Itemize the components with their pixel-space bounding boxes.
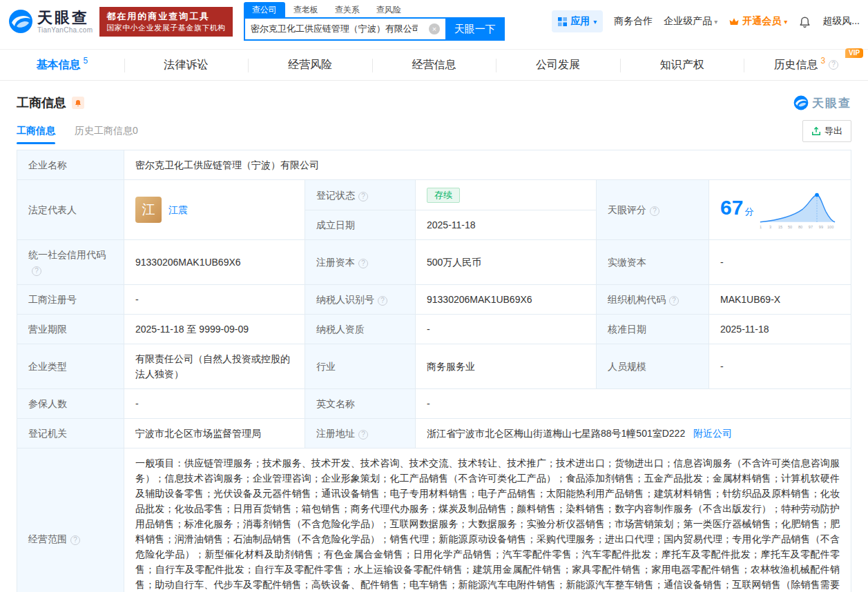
- apps-label: 应用: [570, 15, 590, 28]
- tab-label: 知识产权: [660, 58, 704, 72]
- svg-text:97: 97: [809, 225, 813, 229]
- tab-operating-risk[interactable]: 经营风险: [248, 50, 372, 80]
- value-staff-size: -: [709, 344, 851, 389]
- info-icon[interactable]: ?: [829, 60, 838, 70]
- value-legal-rep: 江 江震: [124, 180, 305, 240]
- value-industry: 商务服务业: [416, 344, 597, 389]
- tab-legal-proceedings[interactable]: 法律诉讼: [124, 50, 249, 80]
- brand-domain: TianYanCha.com: [37, 26, 93, 34]
- search-tab-relation[interactable]: 查关系: [327, 2, 368, 17]
- business-coop-label: 商务合作: [614, 15, 653, 28]
- search-tabs: 查公司 查老板 查关系 查风险: [244, 2, 505, 17]
- label-reg-capital: 注册资本?: [305, 240, 416, 285]
- label-industry: 行业: [305, 344, 416, 389]
- search-button[interactable]: 天眼一下: [445, 17, 505, 41]
- info-icon[interactable]: ?: [358, 259, 368, 268]
- tab-label: 基本信息: [36, 58, 80, 72]
- table-row: 工商注册号 - 纳税人识别号? 91330206MAK1UB69X6 组织机构代…: [17, 285, 851, 315]
- nearby-companies-link[interactable]: 附近公司: [693, 428, 732, 439]
- value-business-scope: 一般项目：供应链管理服务；技术服务、技术开发、技术咨询、技术交流、技术转让、技术…: [124, 448, 851, 592]
- tab-company-development[interactable]: 公司发展: [496, 50, 620, 80]
- super-risk-link[interactable]: 超级风...: [822, 15, 860, 28]
- watermark-label: 天眼查: [812, 95, 851, 111]
- search-tab-company[interactable]: 查公司: [244, 2, 285, 17]
- export-button[interactable]: 导出: [802, 120, 851, 142]
- table-row: 企业类型 有限责任公司（自然人投资或控股的法人独资） 行业 商务服务业 人员规模…: [17, 344, 851, 389]
- info-icon[interactable]: ?: [650, 206, 659, 216]
- slogan-line1: 都在用的商业查询工具: [106, 10, 226, 23]
- search-tab-risk[interactable]: 查风险: [368, 2, 409, 17]
- subscribe-bell-icon[interactable]: [72, 97, 84, 109]
- tab-count: 3: [820, 56, 825, 66]
- legal-rep-avatar[interactable]: 江: [135, 197, 162, 223]
- tab-label: 公司发展: [536, 58, 580, 72]
- info-icon[interactable]: ?: [70, 535, 80, 545]
- value-reg-capital: 500万人民币: [416, 240, 597, 285]
- score-number: 67: [720, 196, 743, 219]
- tab-business-info[interactable]: 经营信息: [372, 50, 496, 80]
- logo-text: 天眼查 TianYanCha.com: [37, 10, 93, 34]
- value-registered-address: 浙江省宁波市北仑区梅山街道梅山七星路88号1幢501室D222 附近公司: [416, 419, 851, 448]
- tianyancha-logo-icon: [8, 9, 33, 34]
- label-registered-address: 注册地址?: [305, 419, 416, 448]
- info-icon[interactable]: ?: [358, 430, 368, 440]
- label-tianyan-score: 天眼评分?: [597, 180, 709, 240]
- label-founded-date: 成立日期: [305, 210, 416, 240]
- svg-text:80: 80: [798, 225, 802, 229]
- open-vip-link[interactable]: 开通会员 ▾: [729, 15, 787, 28]
- tab-intellectual-property[interactable]: 知识产权: [620, 50, 744, 80]
- value-english-name: -: [416, 389, 851, 419]
- svg-text:1: 1: [760, 225, 762, 229]
- search-box: × 天眼一下: [244, 17, 505, 41]
- info-icon[interactable]: ?: [32, 266, 41, 276]
- label-reg-no: 工商注册号: [17, 285, 124, 315]
- vip-badge: VIP: [845, 48, 863, 58]
- tianyancha-logo[interactable]: 天眼查 TianYanCha.com: [8, 9, 93, 34]
- value-company-type: 有限责任公司（自然人投资或控股的法人独资）: [124, 344, 305, 389]
- subtab-business-registration[interactable]: 工商信息: [17, 117, 55, 146]
- label-company-type: 企业类型: [17, 344, 124, 389]
- table-row: 经营范围? 一般项目：供应链管理服务；技术服务、技术开发、技术咨询、技术交流、技…: [17, 448, 851, 592]
- tab-count: 5: [83, 56, 88, 66]
- value-paid-capital: -: [709, 240, 851, 285]
- label-approval-date: 核准日期: [597, 315, 709, 344]
- tab-label: 经营信息: [412, 58, 456, 72]
- search-input[interactable]: [245, 24, 423, 34]
- value-tianyan-score[interactable]: 67分 1 3 15 50 80 97 99 100: [709, 180, 851, 240]
- svg-text:99: 99: [819, 225, 823, 229]
- tab-basic-info[interactable]: 基本信息 5: [0, 50, 124, 80]
- super-risk-label: 超级风...: [822, 15, 860, 28]
- subtab-history-registration[interactable]: 历史工商信息0: [75, 117, 138, 146]
- caret-down-icon: ▾: [714, 18, 717, 26]
- value-approval-date: 2025-11-18: [709, 315, 851, 344]
- header-right-nav: 应用 ▾ 商务合作 企业级产品 ▾ 开通会员 ▾ 超级风...: [552, 10, 860, 32]
- section-title: 工商信息: [17, 95, 66, 111]
- enterprise-products-label: 企业级产品: [664, 15, 712, 28]
- clear-search-icon[interactable]: ×: [429, 23, 440, 34]
- label-company-name: 企业名称: [17, 150, 124, 180]
- enterprise-products-link[interactable]: 企业级产品 ▾: [664, 15, 717, 28]
- label-english-name: 英文名称: [305, 389, 416, 419]
- value-founded-date: 2025-11-18: [416, 210, 597, 240]
- legal-rep-link[interactable]: 江震: [168, 202, 188, 217]
- tianyancha-watermark-icon: [793, 95, 809, 110]
- export-label: 导出: [824, 125, 842, 137]
- table-row: 登记机关 宁波市北仑区市场监督管理局 注册地址? 浙江省宁波市北仑区梅山街道梅山…: [17, 419, 851, 448]
- tab-history-info[interactable]: 历史信息 3 ? VIP: [744, 50, 868, 80]
- value-uscc: 91330206MAK1UB69X6: [124, 240, 305, 285]
- section-header: 工商信息 天眼查: [0, 81, 868, 117]
- info-icon[interactable]: ?: [378, 296, 387, 306]
- business-coop-link[interactable]: 商务合作: [614, 15, 653, 28]
- info-icon[interactable]: ?: [669, 296, 679, 306]
- apps-menu[interactable]: 应用 ▾: [552, 10, 603, 32]
- notification-bell-icon[interactable]: [798, 15, 811, 28]
- table-row: 营业期限 2025-11-18 至 9999-09-09 纳税人资质 - 核准日…: [17, 315, 851, 344]
- label-insured-count: 参保人数: [17, 389, 124, 419]
- label-org-code: 组织机构代码?: [597, 285, 709, 315]
- search-tab-boss[interactable]: 查老板: [285, 2, 327, 17]
- info-icon[interactable]: ?: [358, 192, 368, 201]
- svg-text:15: 15: [778, 225, 782, 229]
- business-info-table: 企业名称 密尔克卫化工供应链管理（宁波）有限公司 法定代表人 江 江震 登记状态…: [17, 150, 851, 592]
- svg-text:3: 3: [769, 225, 771, 229]
- brand-name: 天眼查: [37, 10, 93, 26]
